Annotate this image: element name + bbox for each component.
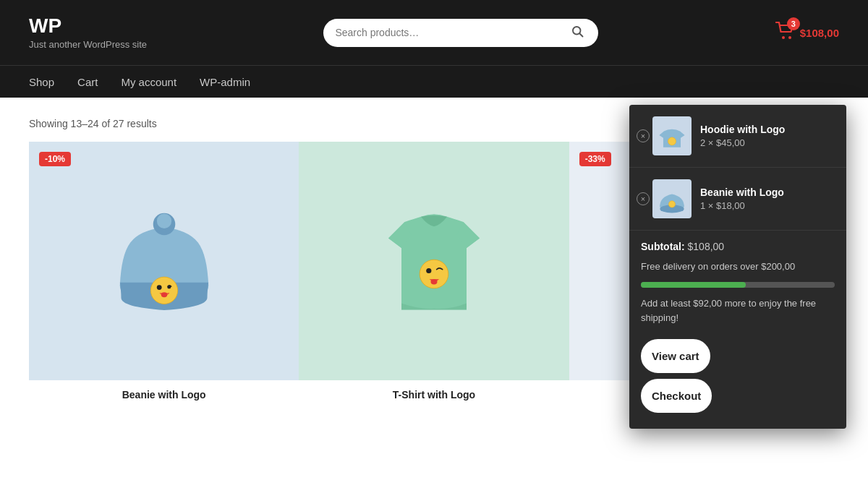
cart-item-1-info: Hoodie with Logo 2 × $45,00 xyxy=(700,124,835,148)
beanie-svg xyxy=(103,185,226,337)
search-input[interactable] xyxy=(335,27,568,38)
logo-title: WP xyxy=(29,16,147,36)
discount-badge-3: -33% xyxy=(579,152,611,166)
svg-point-13 xyxy=(430,279,437,284)
cart-item-2-qty: 1 × $18,00 xyxy=(700,200,835,211)
cart-item-1-image xyxy=(652,116,692,155)
svg-point-7 xyxy=(150,277,177,304)
nav-wp-admin[interactable]: WP-admin xyxy=(200,76,250,88)
discount-badge-1: -10% xyxy=(39,152,71,166)
svg-point-3 xyxy=(788,36,791,39)
product-image-2 xyxy=(299,142,569,380)
remove-item-2-button[interactable]: × xyxy=(637,192,650,205)
search-button[interactable] xyxy=(568,25,587,41)
product-title-1: Beanie with Logo xyxy=(29,380,299,403)
results-text: Showing 13–24 of 27 results xyxy=(29,118,157,129)
checkout-button[interactable]: Checkout xyxy=(641,379,712,413)
header: WP Just another WordPress site 3 $108,00 xyxy=(0,0,868,65)
search-bar xyxy=(323,19,598,47)
cart-badge: 3 xyxy=(787,17,800,30)
logo-subtitle: Just another WordPress site xyxy=(29,39,147,50)
svg-point-10 xyxy=(161,292,167,297)
nav-my-account[interactable]: My account xyxy=(121,76,176,88)
cart-item-1-qty: 2 × $45,00 xyxy=(700,137,835,148)
product-image-1: -10% xyxy=(29,142,299,380)
svg-point-0 xyxy=(573,27,581,35)
svg-point-12 xyxy=(426,268,431,273)
product-card-1[interactable]: -10% Beanie with xyxy=(29,142,299,403)
cart-icon-wrap: 3 xyxy=(775,22,796,43)
svg-point-6 xyxy=(156,214,171,228)
cart-item-2-name: Beanie with Logo xyxy=(700,187,835,198)
subtotal-value: $108,00 xyxy=(688,241,725,252)
cart-price: $108,00 xyxy=(800,27,839,39)
svg-point-22 xyxy=(668,201,675,207)
delivery-row: Free delivery on orders over $200,00 xyxy=(629,258,846,278)
svg-point-2 xyxy=(782,36,785,39)
main-nav: Shop Cart My account WP-admin xyxy=(0,65,868,98)
hoodie-thumbnail xyxy=(654,118,690,154)
progress-bar-wrap xyxy=(641,282,835,288)
svg-line-1 xyxy=(580,33,583,36)
beanie-thumbnail xyxy=(654,181,690,217)
cart-item-1: × Hoodie with Logo 2 × $45,00 xyxy=(629,105,846,168)
cart-item-2-info: Beanie with Logo 1 × $18,00 xyxy=(700,187,835,211)
logo-area: WP Just another WordPress site xyxy=(29,16,147,50)
cart-dropdown: × Hoodie with Logo 2 × $45,00 × Beanie w… xyxy=(629,105,846,429)
tshirt-svg xyxy=(369,181,499,341)
svg-point-8 xyxy=(156,285,161,290)
cart-area[interactable]: 3 $108,00 xyxy=(775,22,839,43)
svg-point-19 xyxy=(668,137,676,145)
product-title-2: T-Shirt with Logo xyxy=(299,380,569,403)
subtotal-row: Subtotal: $108,00 xyxy=(629,231,846,258)
remove-item-1-button[interactable]: × xyxy=(637,129,650,142)
product-card-2[interactable]: T-Shirt with Logo xyxy=(299,142,569,403)
view-cart-button[interactable]: View cart xyxy=(641,339,710,373)
delivery-note: Add at least $92,00 more to enjoy the fr… xyxy=(629,294,846,333)
nav-shop[interactable]: Shop xyxy=(29,76,54,88)
cart-item-2-image xyxy=(652,179,692,218)
delivery-text: Free delivery on orders over $200,00 xyxy=(641,261,795,272)
progress-fill xyxy=(641,282,746,288)
nav-cart[interactable]: Cart xyxy=(77,76,98,88)
cart-item-1-name: Hoodie with Logo xyxy=(700,124,835,135)
subtotal-label: Subtotal: xyxy=(641,241,685,252)
cart-item-2: × Beanie with Logo 1 × $18,00 xyxy=(629,168,846,231)
